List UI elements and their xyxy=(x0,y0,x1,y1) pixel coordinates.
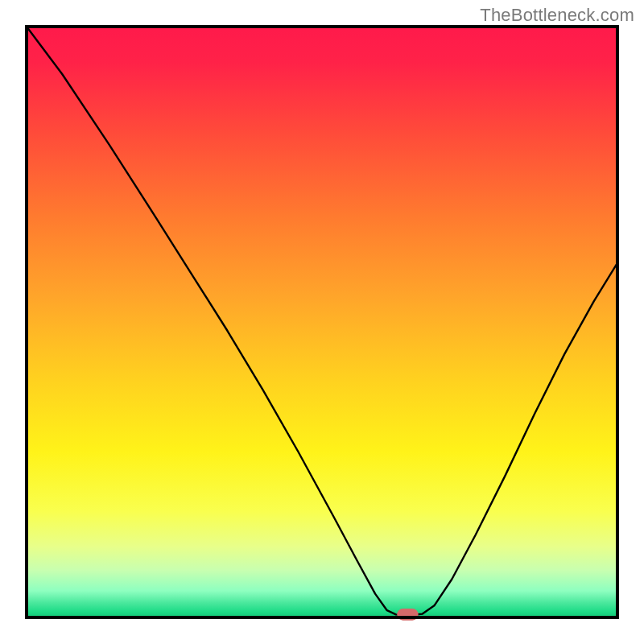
chart-container: TheBottleneck.com xyxy=(0,0,644,644)
watermark-text: TheBottleneck.com xyxy=(480,5,634,26)
plot-background xyxy=(27,27,617,617)
bottleneck-chart xyxy=(0,0,644,644)
